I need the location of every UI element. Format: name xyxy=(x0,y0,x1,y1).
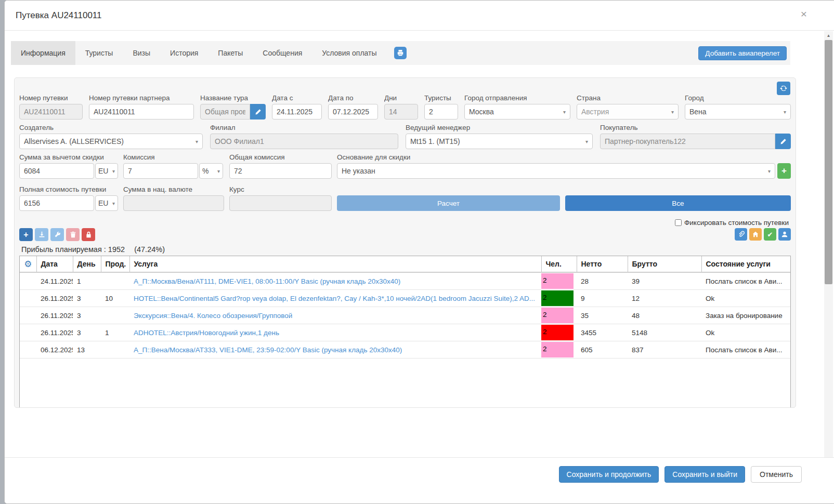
country-select[interactable]: Австрия ▾ xyxy=(577,104,679,120)
net-amount-label: Сумма за вычетом скидки xyxy=(19,153,118,161)
cell-day: 3 xyxy=(73,324,101,341)
chevron-down-icon: ▾ xyxy=(217,168,220,174)
refresh-icon[interactable] xyxy=(777,82,790,95)
close-icon[interactable]: × xyxy=(801,8,807,19)
tab-packages[interactable]: Пакеты xyxy=(208,41,253,65)
add-flight-button[interactable]: Добавить авиаперелет xyxy=(698,46,787,60)
service-link[interactable]: А_П::Вена/Москва/AT333, VIE1-DME, 23:59-… xyxy=(129,341,541,359)
col-gross: Брутто xyxy=(628,256,701,272)
vertical-scrollbar[interactable]: ▲ ▼ xyxy=(824,31,833,467)
edit-pencil-icon[interactable] xyxy=(775,134,791,149)
service-row[interactable]: 24.11.2025 1 А_П::Москва/Вена/AT111, DME… xyxy=(20,272,790,290)
print-icon[interactable] xyxy=(394,47,407,59)
creator-select[interactable]: Allservises A. (ALLSERVICES) ▾ xyxy=(19,134,203,149)
total-commission-input[interactable] xyxy=(229,163,332,179)
tab-history[interactable]: История xyxy=(160,41,208,65)
add-service-icon[interactable]: + xyxy=(19,228,33,241)
voucher-number-label: Номер путевки xyxy=(19,94,83,102)
lead-manager-select[interactable]: Mt15 1. (MT15) ▾ xyxy=(406,134,593,149)
tourists-input[interactable] xyxy=(424,104,458,120)
scroll-up-icon[interactable]: ▲ xyxy=(824,31,833,39)
service-row[interactable]: 06.12.2025 13 А_П::Вена/Москва/AT333, VI… xyxy=(20,341,790,359)
discount-reason-select[interactable]: Не указан ▾ xyxy=(337,163,775,179)
national-amount-input[interactable] xyxy=(123,195,224,211)
services-table: ⚙ Дата День Прод. Услуга Чел. Нетто Брут… xyxy=(20,256,790,359)
check-icon[interactable]: ✔ xyxy=(764,228,776,241)
service-link[interactable]: А_П::Москва/Вена/AT111, DME-VIE1, 08:00-… xyxy=(129,272,541,290)
cell-date: 24.11.2025 xyxy=(36,272,73,290)
person-icon[interactable] xyxy=(778,228,791,241)
service-row[interactable]: 26.11.2025 3 10 HOTEL::Вена/Continental5… xyxy=(20,290,790,307)
tour-name-label: Название тура xyxy=(200,94,266,102)
full-cost-currency-select[interactable]: EU ▾ xyxy=(95,195,118,211)
chevron-down-icon: ▾ xyxy=(768,168,771,174)
net-amount-input[interactable] xyxy=(19,163,94,179)
date-from-input[interactable] xyxy=(272,104,322,120)
cancel-button[interactable]: Отменить xyxy=(751,466,802,483)
lock-icon[interactable] xyxy=(82,228,95,241)
home-icon[interactable] xyxy=(749,228,762,241)
people-count-cell: 2 xyxy=(541,342,574,357)
exchange-rate-input[interactable] xyxy=(229,195,332,211)
cell-date: 26.11.2025 xyxy=(36,307,73,324)
tab-visas[interactable]: Визы xyxy=(123,41,160,65)
tab-payment-terms[interactable]: Условия оплаты xyxy=(312,41,386,65)
voucher-number-input[interactable] xyxy=(19,104,83,120)
city-label: Город xyxy=(685,94,791,102)
tab-messages[interactable]: Сообщения xyxy=(253,41,312,65)
cell-status: Ok xyxy=(701,324,790,341)
service-row[interactable]: 26.11.2025 3 Экскурсия::Вена/4. Колесо о… xyxy=(20,307,790,324)
wrench-icon[interactable] xyxy=(50,228,64,241)
scrollbar-thumb[interactable] xyxy=(825,40,832,284)
modal-footer: Сохранить и продолжить Сохранить и выйти… xyxy=(5,457,834,503)
net-amount-currency-select[interactable]: EU ▾ xyxy=(95,163,118,179)
partner-voucher-number-input[interactable] xyxy=(89,104,194,120)
save-continue-button[interactable]: Сохранить и продолжить xyxy=(559,466,659,483)
date-to-label: Дата по xyxy=(328,94,378,102)
full-cost-input[interactable] xyxy=(19,195,94,211)
buyer-label: Покупатель xyxy=(600,124,791,131)
branch-input[interactable] xyxy=(210,134,398,149)
fix-cost-row: Фиксировать стоимость путевки xyxy=(19,219,791,227)
paperclip-icon[interactable] xyxy=(735,228,747,241)
buyer-input[interactable] xyxy=(600,134,775,149)
service-link[interactable]: Экскурсия::Вена/4. Колесо обозрения/Груп… xyxy=(129,307,541,324)
service-link[interactable]: ADHOTEL::Австрия/Новогодний ужин,1 день xyxy=(129,324,541,341)
cell-status: Послать список в Ави... xyxy=(701,272,790,290)
date-from-label: Дата с xyxy=(272,94,322,102)
service-link[interactable]: HOTEL::Вена/Continental5 Gard?rop veya d… xyxy=(129,290,541,307)
cell-net: 35 xyxy=(577,307,628,324)
cell-date: 26.11.2025 xyxy=(36,290,73,307)
discount-reason-label: Основание для скидки xyxy=(337,153,791,161)
save-exit-button[interactable]: Сохранить и выйти xyxy=(664,466,745,483)
city-select[interactable]: Вена ▾ xyxy=(685,104,791,120)
fix-cost-checkbox[interactable] xyxy=(675,219,682,226)
creator-label: Создатель xyxy=(19,124,203,131)
tour-name-input[interactable] xyxy=(200,104,250,120)
footer-buttons: Сохранить и продолжить Сохранить и выйти… xyxy=(559,466,802,483)
people-count-cell: 2 xyxy=(541,273,574,289)
commission-unit-select[interactable]: % ▾ xyxy=(199,163,223,179)
commission-input[interactable] xyxy=(123,163,198,179)
fix-cost-label: Фиксировать стоимость путевки xyxy=(684,219,789,227)
days-input[interactable] xyxy=(384,104,418,120)
calc-button[interactable]: Расчет xyxy=(337,195,560,211)
chevron-down-icon: ▾ xyxy=(671,109,674,115)
cell-net: 3455 xyxy=(577,324,628,341)
cell-net: 28 xyxy=(577,272,628,290)
cell-prod: 10 xyxy=(101,290,129,307)
tab-information[interactable]: Информация xyxy=(11,41,75,65)
export-download-icon[interactable] xyxy=(35,228,48,241)
date-to-input[interactable] xyxy=(328,104,378,120)
all-button[interactable]: Все xyxy=(565,195,791,211)
toolbar-left: + xyxy=(19,228,95,241)
departure-city-select[interactable]: Москва ▾ xyxy=(464,104,570,120)
table-settings-gear-icon[interactable]: ⚙ xyxy=(20,256,36,272)
tab-tourists[interactable]: Туристы xyxy=(75,41,123,65)
cell-gross: 39 xyxy=(628,272,701,290)
col-day: День xyxy=(73,256,101,272)
add-discount-icon[interactable]: + xyxy=(777,163,791,179)
service-row[interactable]: 26.11.2025 3 1 ADHOTEL::Австрия/Новогодн… xyxy=(20,324,790,341)
edit-pencil-icon[interactable] xyxy=(250,104,266,120)
trash-icon[interactable] xyxy=(66,228,80,241)
